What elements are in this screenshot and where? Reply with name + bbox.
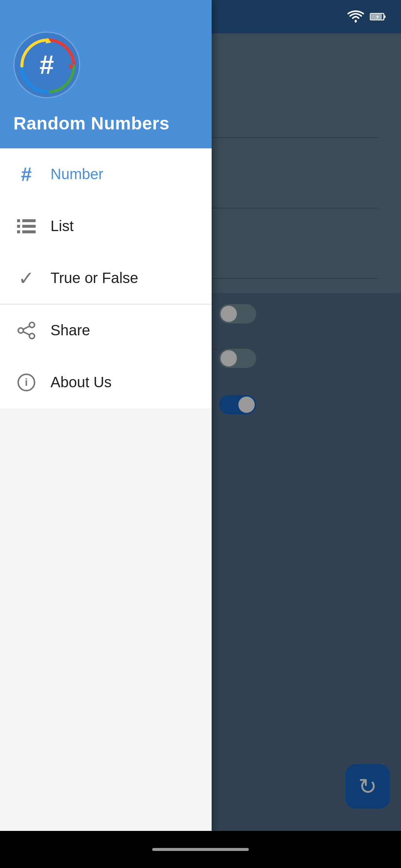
aboutus-item-label: About Us <box>50 374 112 391</box>
bottom-bar <box>0 831 401 868</box>
svg-rect-2 <box>17 219 20 222</box>
svg-point-8 <box>29 322 35 328</box>
app-name: Random Numbers <box>13 113 169 134</box>
svg-line-12 <box>23 332 30 335</box>
svg-rect-3 <box>22 219 36 222</box>
number-item-label: Number <box>50 166 103 183</box>
share-menu-icon <box>13 321 39 340</box>
app-logo-inner: # <box>21 39 73 91</box>
truefalse-item-label: True or False <box>50 270 138 286</box>
sidebar-item-share[interactable]: Share <box>0 305 212 356</box>
sidebar-item-truefalse[interactable]: ✓ True or False <box>0 252 212 304</box>
svg-rect-4 <box>17 225 20 228</box>
home-indicator <box>152 848 249 851</box>
svg-rect-18 <box>371 14 382 19</box>
svg-rect-17 <box>384 15 385 18</box>
sidebar-item-number[interactable]: # Number <box>0 148 212 200</box>
hash-menu-icon: # <box>13 163 39 185</box>
svg-rect-6 <box>17 230 20 233</box>
share-item-label: Share <box>50 322 90 339</box>
svg-point-15 <box>355 20 357 22</box>
wifi-icon <box>348 10 364 23</box>
overlay-dim[interactable] <box>208 0 401 868</box>
drawer-header: # Random Numbers <box>0 0 212 148</box>
battery-icon <box>370 10 386 23</box>
navigation-drawer: # Random Numbers # Number List <box>0 0 212 868</box>
svg-text:i: i <box>25 377 28 388</box>
svg-rect-7 <box>22 230 36 233</box>
status-bar-right <box>348 10 386 23</box>
list-menu-icon <box>13 218 39 235</box>
list-item-label: List <box>50 218 74 234</box>
svg-rect-5 <box>22 225 36 228</box>
check-menu-icon: ✓ <box>13 267 39 289</box>
svg-point-10 <box>18 328 23 333</box>
sidebar-item-aboutus[interactable]: i About Us <box>0 356 212 408</box>
svg-line-11 <box>23 326 30 329</box>
drawer-menu: # Number List ✓ True or False <box>0 148 212 868</box>
hash-icon: # <box>40 50 54 80</box>
info-menu-icon: i <box>13 373 39 392</box>
svg-point-9 <box>29 333 35 339</box>
app-logo: # <box>13 32 80 98</box>
sidebar-item-list[interactable]: List <box>0 200 212 252</box>
